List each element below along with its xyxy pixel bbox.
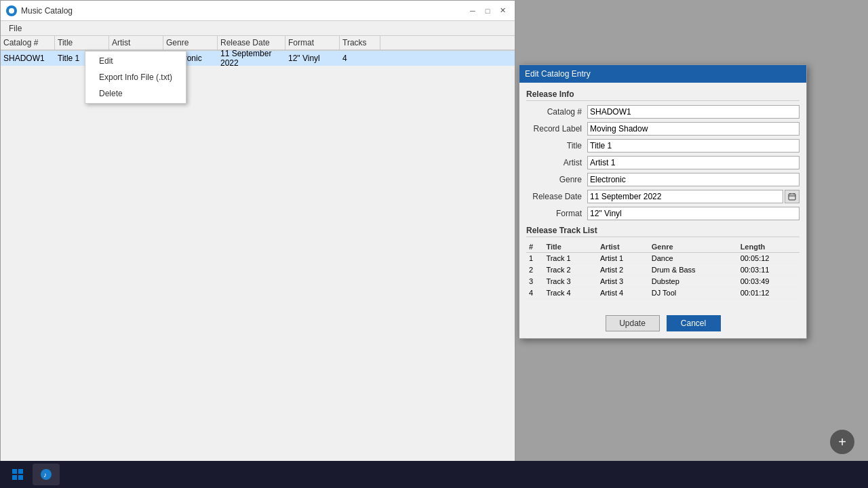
track-cell-title: Track 2 (543, 264, 597, 276)
svg-rect-8 (18, 475, 23, 480)
track-cell-title: Track 3 (543, 276, 597, 287)
track-table-head: # Title Artist Genre Length (526, 241, 800, 253)
main-window: Music Catalog ─ □ ✕ File Catalog # Title… (0, 0, 515, 488)
dialog-buttons: Update Cancel (519, 308, 806, 338)
track-col-num: # (526, 241, 543, 253)
catalog-row: Catalog # (526, 105, 800, 119)
date-input-wrapper (587, 190, 800, 203)
artist-input[interactable] (587, 156, 800, 169)
track-cell-num: 3 (526, 276, 543, 287)
track-col-artist: Artist (597, 241, 649, 253)
svg-rect-7 (12, 475, 17, 480)
track-cell-artist: Artist 3 (597, 276, 649, 287)
track-cell-genre: Dubstep (649, 276, 738, 287)
svg-point-0 (9, 8, 14, 14)
cancel-button[interactable]: Cancel (667, 315, 721, 331)
svg-rect-5 (12, 469, 17, 474)
track-cell-genre: Drum & Bass (649, 264, 738, 276)
cell-format: 12" Vinyl (285, 51, 340, 66)
dialog-title-bar: Edit Catalog Entry (519, 65, 806, 83)
track-cell-num: 4 (526, 287, 543, 299)
context-edit[interactable]: Edit (85, 53, 186, 69)
track-col-title: Title (543, 241, 597, 253)
genre-row: Genre (526, 173, 800, 186)
plus-icon: + (838, 434, 846, 450)
artist-row: Artist (526, 156, 800, 169)
maximize-button[interactable]: □ (481, 4, 494, 18)
cell-release: 11 September 2022 (218, 51, 285, 66)
track-cell-length: 00:03:11 (738, 264, 800, 276)
dialog-body: Release Info Catalog # Record Label Titl… (519, 83, 806, 306)
record-label-input[interactable] (587, 122, 800, 136)
taskbar: ♪ (0, 461, 868, 488)
taskbar-app-music[interactable]: ♪ (33, 464, 60, 485)
format-input[interactable] (587, 207, 800, 220)
format-row: Format (526, 207, 800, 220)
track-cell-length: 00:05:12 (738, 253, 800, 264)
edit-dialog: Edit Catalog Entry Release Info Catalog … (519, 64, 807, 339)
track-row: 2Track 2Artist 2Drum & Bass00:03:11 (526, 264, 800, 276)
track-col-length: Length (738, 241, 800, 253)
track-cell-length: 00:03:49 (738, 276, 800, 287)
title-label: Title (526, 141, 587, 150)
track-cell-title: Track 1 (543, 253, 597, 264)
cell-catalog: SHADOW1 (1, 51, 55, 66)
release-date-row: Release Date (526, 190, 800, 203)
col-header-release: Release Date (218, 36, 285, 49)
calendar-button[interactable] (785, 190, 800, 203)
genre-input[interactable] (587, 173, 800, 186)
track-cell-title: Track 4 (543, 287, 597, 299)
track-cell-genre: DJ Tool (649, 287, 738, 299)
title-bar: Music Catalog ─ □ ✕ (1, 1, 515, 21)
track-table-body: 1Track 1Artist 1Dance00:05:122Track 2Art… (526, 253, 800, 299)
track-row: 3Track 3Artist 3Dubstep00:03:49 (526, 276, 800, 287)
track-list-label: Release Track List (526, 226, 800, 237)
col-header-title: Title (55, 36, 109, 49)
table-row[interactable]: SHADOW1 Title 1 Artist 1 Electronic 11 S… (1, 51, 515, 66)
update-button[interactable]: Update (606, 315, 660, 331)
col-header-format: Format (285, 36, 340, 49)
col-header-artist: Artist (109, 36, 163, 49)
title-bar-left: Music Catalog (6, 5, 73, 16)
track-table: # Title Artist Genre Length 1Track 1Arti… (526, 241, 800, 299)
title-row: Title (526, 139, 800, 152)
fab-button[interactable]: + (830, 430, 854, 454)
track-row: 4Track 4Artist 4DJ Tool00:01:12 (526, 287, 800, 299)
track-section: Release Track List # Title Artist Genre … (526, 226, 800, 299)
col-header-tracks: Tracks (340, 36, 380, 49)
window-controls: ─ □ ✕ (466, 4, 509, 18)
release-info-label: Release Info (526, 89, 800, 101)
track-cell-genre: Dance (649, 253, 738, 264)
track-cell-length: 00:01:12 (738, 287, 800, 299)
menu-file[interactable]: File (3, 22, 27, 35)
release-date-label: Release Date (526, 192, 587, 201)
context-delete[interactable]: Delete (85, 85, 186, 102)
start-button[interactable] (5, 464, 30, 485)
col-header-catalog: Catalog # (1, 36, 55, 49)
track-cell-artist: Artist 4 (597, 287, 649, 299)
format-label: Format (526, 209, 587, 218)
genre-label: Genre (526, 175, 587, 184)
context-export[interactable]: Export Info File (.txt) (85, 69, 186, 85)
minimize-button[interactable]: ─ (466, 4, 479, 18)
context-menu: Edit Export Info File (.txt) Delete (85, 51, 186, 104)
track-row: 1Track 1Artist 1Dance00:05:12 (526, 253, 800, 264)
title-input[interactable] (587, 139, 800, 152)
app-icon (6, 5, 17, 16)
col-header-genre: Genre (163, 36, 218, 49)
svg-rect-6 (18, 469, 23, 474)
close-button[interactable]: ✕ (496, 4, 509, 18)
record-label-label: Record Label (526, 124, 587, 134)
track-cell-artist: Artist 1 (597, 253, 649, 264)
menu-bar: File (1, 21, 515, 36)
catalog-label: Catalog # (526, 107, 587, 117)
record-label-row: Record Label (526, 122, 800, 136)
release-date-input[interactable] (587, 190, 783, 203)
catalog-input[interactable] (587, 105, 800, 119)
artist-label: Artist (526, 158, 587, 167)
track-cell-num: 2 (526, 264, 543, 276)
cell-tracks: 4 (340, 51, 380, 66)
track-cell-num: 1 (526, 253, 543, 264)
dialog-title: Edit Catalog Entry (525, 69, 591, 79)
track-col-genre: Genre (649, 241, 738, 253)
